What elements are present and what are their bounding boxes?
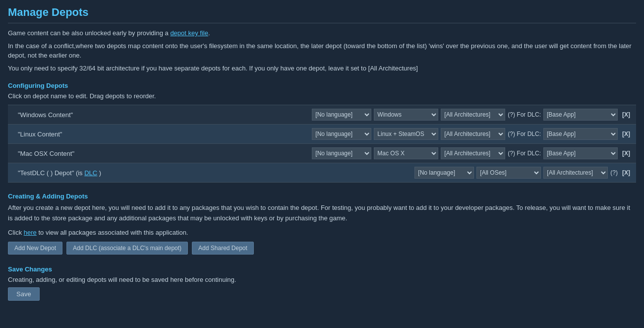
intro-text-2: In the case of a conflict,where two depo… xyxy=(8,41,636,61)
page-title: Manage Depots xyxy=(8,6,636,19)
configuring-depots-title: Configuring Depots xyxy=(8,82,636,89)
language-select[interactable]: [No language]EnglishFrenchGermanSpanishJ… xyxy=(312,147,371,159)
save-section: Save Changes Creating, adding, or editin… xyxy=(8,265,636,301)
table-row: "Windows Content"[No language]EnglishFre… xyxy=(8,105,636,125)
intro-text-3: You only need to specify 32/64 bit archi… xyxy=(8,64,636,73)
add-dlc-depot-button[interactable]: Add DLC (associate a DLC's main depot) xyxy=(66,242,188,255)
for-dlc-label: (?) For DLC: xyxy=(508,111,541,118)
creating-section: Creating & Adding Depots After you creat… xyxy=(8,193,636,255)
save-note: Creating, adding, or editing depots will… xyxy=(8,276,636,283)
remove-depot-button[interactable]: [X] xyxy=(620,169,632,176)
remove-depot-button[interactable]: [X] xyxy=(620,111,632,118)
remove-depot-button[interactable]: [X] xyxy=(620,131,632,137)
arch-select[interactable]: [All Architectures]32-bit64-bit xyxy=(543,167,608,179)
depot-key-link[interactable]: depot key file xyxy=(170,29,208,37)
for-dlc-label: (?) For DLC: xyxy=(508,150,541,157)
creating-title: Creating & Adding Depots xyxy=(8,193,636,200)
language-select[interactable]: [No language]EnglishFrenchGermanSpanishJ… xyxy=(312,128,371,140)
add-new-depot-button[interactable]: Add New Depot xyxy=(8,242,62,255)
os-select[interactable]: [All OSes]WindowsMac OS XLinux + SteamOS xyxy=(476,167,541,179)
remove-depot-button[interactable]: [X] xyxy=(620,150,632,157)
depot-name[interactable]: "Linux Content" xyxy=(18,131,62,138)
arch-select[interactable]: [All Architectures]32-bit64-bit xyxy=(441,109,505,121)
add-shared-depot-button[interactable]: Add Shared Depot xyxy=(192,242,254,255)
intro-text-1: Game content can be also unlocked early … xyxy=(8,28,636,38)
arch-select[interactable]: [All Architectures]32-bit64-bit xyxy=(441,128,505,140)
question-icon[interactable]: (?) xyxy=(610,169,618,176)
os-select[interactable]: [All OSes]WindowsMac OS XLinux + SteamOS xyxy=(374,109,438,121)
action-buttons-row: Add New Depot Add DLC (associate a DLC's… xyxy=(8,242,636,255)
packages-link[interactable]: here xyxy=(24,229,37,236)
arch-select[interactable]: [All Architectures]32-bit64-bit xyxy=(441,147,505,159)
depot-name[interactable]: "Mac OSX Content" xyxy=(18,150,74,157)
dlc-select[interactable]: [Base App] xyxy=(543,147,618,159)
creating-text-2: Click here to view all packages associat… xyxy=(8,228,636,238)
depots-table: "Windows Content"[No language]EnglishFre… xyxy=(8,105,636,183)
dlc-select[interactable]: [Base App] xyxy=(543,128,618,140)
save-changes-title: Save Changes xyxy=(8,265,636,273)
for-dlc-label: (?) For DLC: xyxy=(508,131,541,137)
dlc-select[interactable]: [Base App] xyxy=(543,109,618,121)
depot-name[interactable]: "TestDLC ( ) Depot" (is DLC ) xyxy=(18,169,101,177)
creating-text-1: After you create a new depot here, you w… xyxy=(8,203,636,224)
table-row: "Mac OSX Content"[No language]EnglishFre… xyxy=(8,144,636,163)
language-select[interactable]: [No language]EnglishFrenchGermanSpanishJ… xyxy=(312,109,371,121)
language-select[interactable]: [No language]EnglishFrenchGermanSpanishJ… xyxy=(414,167,474,179)
table-row: "Linux Content"[No language]EnglishFrenc… xyxy=(8,125,636,144)
save-button[interactable]: Save xyxy=(8,287,40,301)
os-select[interactable]: [All OSes]WindowsMac OS XLinux + SteamOS xyxy=(374,147,438,159)
os-select[interactable]: [All OSes]WindowsMac OS XLinux + SteamOS xyxy=(374,128,438,140)
dlc-link[interactable]: DLC xyxy=(84,169,97,177)
configuring-subtitle: Click on depot name to edit. Drag depots… xyxy=(8,92,636,100)
depot-name[interactable]: "Windows Content" xyxy=(18,111,73,119)
table-row: "TestDLC ( ) Depot" (is DLC )[No languag… xyxy=(8,163,636,183)
